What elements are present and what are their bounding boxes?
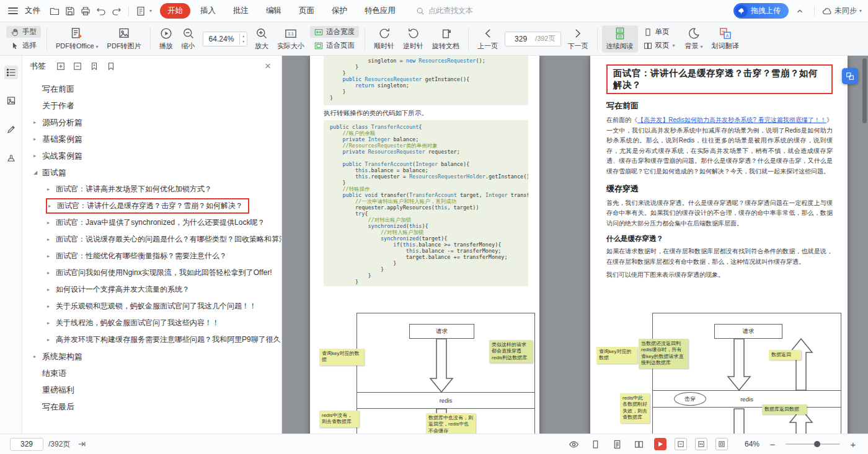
bookmarks-panel-icon[interactable] [4, 66, 18, 79]
close-panel-icon[interactable]: × [262, 60, 274, 72]
fit-page-button[interactable]: 适合页面 [310, 40, 359, 51]
bookmark-item[interactable]: ▸实战案例篇 [22, 147, 281, 164]
expand-all-icon[interactable] [55, 61, 66, 72]
scrollbar-thumb[interactable] [862, 58, 867, 123]
previous-page-button[interactable]: 上一页 [473, 25, 502, 53]
zoom-spinner[interactable]: ▴▾ [239, 33, 247, 45]
actual-size-toggle-icon[interactable] [675, 438, 687, 450]
bookmark-item[interactable]: 结束语 [22, 365, 281, 382]
disclosure-triangle-icon[interactable]: ▸ [46, 287, 56, 292]
zoom-in-button[interactable]: + [848, 439, 858, 450]
zoom-in-button[interactable]: 放大 [250, 25, 273, 53]
tab-special-apps[interactable]: 特色应用 [357, 3, 403, 19]
disclosure-triangle-icon[interactable]: ▸ [46, 303, 56, 309]
annotation-panel-icon[interactable] [4, 123, 18, 136]
fit-width-button[interactable]: 适合宽度 [310, 26, 359, 38]
fit-width-toggle-icon[interactable] [695, 438, 707, 450]
zoom-out-button[interactable]: − [768, 439, 777, 450]
drag-upload-button[interactable]: 拖拽上传 [733, 3, 789, 19]
zoom-out-button[interactable]: 缩小 [177, 25, 200, 53]
pdf-to-office-button[interactable]: PDF转Office ▾ [51, 25, 103, 53]
sync-status[interactable]: 未同步 ▾ [822, 6, 862, 16]
bookmark-item[interactable]: 写在前面 [22, 81, 281, 97]
main-menu-icon[interactable] [6, 4, 20, 18]
disclosure-triangle-icon[interactable]: ▸ [47, 203, 57, 209]
disclosure-triangle-icon[interactable]: ▸ [32, 120, 42, 125]
disclosure-triangle-icon[interactable]: ▸ [32, 136, 42, 142]
open-file-icon[interactable] [48, 4, 61, 18]
disclosure-triangle-icon[interactable]: ▸ [46, 220, 56, 225]
statusbar-page-input[interactable] [13, 440, 40, 448]
bookmark-item[interactable]: ▸面试官问我如何使用Nginx实现限流，我如此回答轻松拿到了Offer! [22, 264, 281, 281]
bookmark-item[interactable]: 关于作者 [22, 97, 281, 114]
disclosure-triangle-icon[interactable]: ▸ [46, 337, 56, 343]
file-menu[interactable]: 文件 [25, 6, 40, 16]
collapse-toolbar-icon[interactable] [793, 4, 807, 18]
bookmark-item[interactable]: ▸关于乐观锁和悲观锁，蚂蚁金服面试官问了我这几个问题！！ [22, 298, 281, 315]
disclosure-triangle-icon[interactable]: ▸ [46, 237, 56, 242]
disclosure-triangle-icon[interactable]: ▸ [46, 320, 56, 326]
eye-protection-icon[interactable] [567, 437, 581, 451]
spinner-down-icon[interactable]: ▾ [240, 39, 247, 45]
double-page-button[interactable]: 双页 ▾ [639, 40, 680, 51]
select-tool-button[interactable]: 选择 [6, 40, 41, 51]
disclosure-triangle-icon[interactable]: ◢ [32, 170, 42, 175]
bookmark-item[interactable]: ▸关于线程池，蚂蚁金服面试官问了我这些内容！！ [22, 315, 281, 331]
fit-page-toggle-icon[interactable] [715, 438, 728, 450]
bookmark-item[interactable]: ▸源码分析篇 [22, 114, 281, 131]
spinner-up-icon[interactable]: ▴ [240, 33, 247, 39]
bookmark-item[interactable]: ◢面试篇 [22, 164, 281, 181]
bookmark-item[interactable]: ▸面试官：讲讲高并发场景下如何优化加锁方式？ [22, 181, 281, 198]
page-nav-icon[interactable] [134, 4, 148, 18]
bookmark-item[interactable]: ▸高并发环境下构建缓存服务需要注意哪些问题？我和阿里P9聊了很久！ [22, 331, 281, 348]
floating-tools-widget[interactable] [842, 68, 858, 84]
disclosure-triangle-icon[interactable]: ▸ [32, 354, 42, 359]
page-number-box[interactable]: /392页 [505, 32, 560, 46]
next-page-button[interactable]: 下一页 [564, 25, 593, 53]
bookmark-item[interactable]: 写在最后 [22, 398, 281, 415]
tab-insert[interactable]: 插入 [193, 3, 223, 19]
print-icon[interactable] [79, 4, 92, 18]
single-page-button[interactable]: 单页 [639, 26, 680, 38]
bookmark-item[interactable]: 重磅福利 [22, 382, 281, 398]
continuous-reading-button[interactable]: 连续阅读 [602, 25, 638, 53]
undo-icon[interactable] [94, 4, 108, 18]
bookmark-item[interactable]: ▸面试官：性能优化有哪些衡量指标？需要注意什么？ [22, 248, 281, 264]
tab-annotate[interactable]: 批注 [226, 3, 256, 19]
disclosure-triangle-icon[interactable]: ▸ [46, 186, 56, 192]
pdf-to-image-button[interactable]: PDF转图片 [103, 25, 146, 53]
tab-edit[interactable]: 编辑 [259, 3, 289, 19]
add-bookmark-icon[interactable] [89, 61, 100, 72]
tab-home[interactable]: 开始 [160, 3, 190, 19]
single-page-view-icon[interactable] [589, 437, 603, 451]
continuous-view-icon[interactable] [611, 437, 624, 451]
zoom-value-box[interactable]: 64.24% ▴▾ [203, 32, 247, 46]
thumbnails-panel-icon[interactable] [4, 94, 18, 108]
search-box[interactable]: 点此查找文本 [416, 6, 473, 16]
zoom-slider[interactable] [786, 443, 840, 445]
vertical-scrollbar[interactable] [862, 56, 867, 434]
disclosure-triangle-icon[interactable]: ▸ [46, 270, 56, 276]
bookmark-item[interactable]: ▸面试官：说说缓存最关心的问题是什么？有哪些类型？回收策略和算法？ [22, 231, 281, 248]
word-translate-button[interactable]: 文A 划词翻译 [707, 25, 743, 53]
play-button[interactable]: 播放 [155, 25, 177, 53]
tab-page[interactable]: 页面 [291, 3, 322, 19]
tab-protect[interactable]: 保护 [324, 3, 355, 19]
presentation-play-button[interactable] [654, 438, 666, 450]
statusbar-page-box[interactable] [10, 438, 43, 451]
disclosure-triangle-icon[interactable]: ▸ [32, 153, 42, 159]
save-icon[interactable] [63, 4, 77, 18]
collapse-all-icon[interactable] [72, 61, 83, 72]
hand-tool-button[interactable]: 手型 [6, 26, 41, 38]
bookmark-item[interactable]: ▸基础案例篇 [22, 131, 281, 147]
zoom-slider-knob[interactable] [814, 441, 820, 447]
attachment-panel-icon[interactable] [4, 151, 18, 165]
zoom-value[interactable]: 64.24% [203, 35, 240, 43]
bookmark-item[interactable]: ▸面试官：讲讲什么是缓存穿透？击穿？雪崩？如何解决？ [22, 198, 281, 214]
goto-page-icon[interactable] [75, 437, 89, 451]
actual-size-button[interactable]: 1:1 实际大小 [273, 25, 309, 53]
double-page-view-icon[interactable] [632, 437, 646, 451]
rotate-document-button[interactable]: 旋转文档 [428, 25, 464, 53]
bookmark-item[interactable]: ▸面试官：Java中提供了synchronized，为什么还要提供Lock呢？ [22, 214, 281, 231]
bookmark-item[interactable]: ▸如何设计一个支撑高并发大流量的系统？ [22, 281, 281, 298]
